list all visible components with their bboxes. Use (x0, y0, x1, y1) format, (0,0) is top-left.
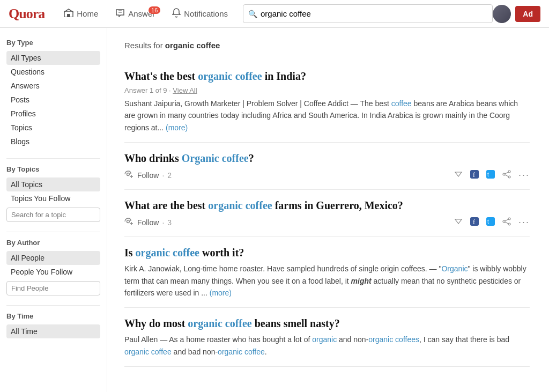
svg-point-8 (503, 173, 505, 175)
result-3-follow-label[interactable]: Follow (137, 218, 159, 227)
result-2-follow-dot: · (162, 171, 164, 180)
result-2-title: Who drinks Organic coffee? (124, 151, 530, 165)
nav-answer[interactable]: Answer 16 (109, 5, 161, 22)
results-header: Results for organic coffee (124, 41, 530, 50)
result-2-follow-label[interactable]: Follow (137, 171, 159, 180)
sidebar-item-profiles[interactable]: Profiles (6, 107, 100, 121)
sidebar-item-all-people[interactable]: All People (6, 251, 100, 265)
result-2-title-after: ? (249, 152, 254, 164)
nav-home[interactable]: Home (57, 5, 105, 22)
result-5-title-link[interactable]: organic coffee (188, 317, 251, 329)
results-query: organic coffee (165, 41, 220, 50)
result-5-title: Why do most organic coffee beans smell n… (124, 316, 530, 330)
svg-point-17 (508, 218, 510, 220)
result-4-title: Is organic coffee worth it? (124, 246, 530, 260)
sidebar-item-topics[interactable]: Topics (6, 121, 100, 135)
result-5: Why do most organic coffee beans smell n… (124, 308, 530, 367)
svg-point-7 (508, 171, 510, 173)
result-5-organic-coffee-link[interactable]: organic coffee (124, 347, 172, 356)
sidebar-item-all-types[interactable]: All Types (6, 51, 100, 65)
result-4: Is organic coffee worth it? Kirk A. Jano… (124, 237, 530, 308)
svg-line-10 (505, 172, 508, 174)
more-icon-3[interactable]: ··· (518, 217, 530, 228)
result-3-title-link[interactable]: organic coffee (208, 199, 272, 211)
follow-icon-2 (124, 171, 134, 180)
sidebar-item-people-you-follow[interactable]: People You Follow (6, 265, 100, 279)
result-1-excerpt: Sushant Jaipuria, Growth Marketer | Prob… (124, 98, 530, 134)
result-3-title: What are the best organic coffee farms i… (124, 198, 530, 212)
sidebar-item-posts[interactable]: Posts (6, 93, 100, 107)
downvote-icon-3[interactable] (454, 217, 463, 228)
result-2-follow-count: 2 (167, 171, 172, 180)
svg-line-11 (505, 175, 508, 176)
result-1-title: What's the best organic coffee in India? (124, 69, 530, 83)
svg-text:t: t (487, 172, 489, 177)
result-1-excerpt-text: Sushant Jaipuria, Growth Marketer | Prob… (124, 99, 391, 108)
by-type-section: By Type All Types Questions Answers Post… (6, 39, 100, 149)
facebook-icon-2[interactable]: f (470, 170, 479, 181)
by-author-title: By Author (6, 239, 100, 247)
result-1: What's the best organic coffee in India?… (124, 61, 530, 143)
home-icon (64, 9, 73, 19)
result-5-organic-coffee-link2[interactable]: organic coffee (218, 347, 265, 356)
sidebar-item-questions[interactable]: Questions (6, 65, 100, 79)
svg-line-21 (505, 222, 508, 224)
share-icon-3[interactable] (502, 217, 511, 228)
sidebar-item-all-time[interactable]: All Time (6, 324, 100, 338)
twitter-icon-2[interactable]: t (486, 170, 495, 181)
avatar[interactable] (493, 5, 511, 23)
result-5-excerpt: Paul Allen — As a home roaster who has b… (124, 334, 530, 358)
result-2-icons: f t ··· (454, 169, 530, 181)
results-prefix: Results for (124, 41, 165, 50)
svg-line-20 (505, 219, 508, 221)
sidebar: By Type All Types Questions Answers Post… (0, 28, 107, 392)
avatar-image (493, 5, 511, 23)
header: Quora Home Answer 16 (0, 0, 549, 28)
add-question-button[interactable]: Ad (515, 6, 540, 22)
twitter-icon-3[interactable]: t (486, 217, 495, 228)
result-1-more[interactable]: (more) (166, 123, 188, 132)
divider-1 (6, 158, 100, 159)
result-2-title-link[interactable]: Organic coffee (182, 152, 249, 164)
sidebar-item-answers[interactable]: Answers (6, 79, 100, 93)
by-author-section: By Author All People People You Follow (6, 239, 100, 295)
result-4-more[interactable]: (more) (210, 289, 232, 297)
share-icon-2[interactable] (502, 170, 511, 181)
people-search-input[interactable] (6, 281, 100, 295)
page-wrapper: By Type All Types Questions Answers Post… (0, 28, 549, 392)
result-3-icons: f t ··· (454, 217, 530, 228)
topic-search-input[interactable] (6, 208, 100, 222)
follow-icon-3 (124, 218, 134, 227)
svg-point-12 (127, 220, 130, 223)
answer-icon (115, 9, 125, 19)
result-5-organic-link[interactable]: organic (312, 335, 337, 344)
sidebar-item-topics-you-follow[interactable]: Topics You Follow (6, 191, 100, 205)
result-5-title-before: Why do most (124, 317, 188, 329)
more-icon-2[interactable]: ··· (518, 169, 530, 181)
by-type-title: By Type (6, 39, 100, 47)
main-content: Results for organic coffee What's the be… (107, 28, 547, 392)
sidebar-item-all-topics[interactable]: All Topics (6, 177, 100, 191)
by-time-title: By Time (6, 312, 100, 320)
result-4-title-link[interactable]: organic coffee (136, 247, 199, 258)
result-5-title-after: beans smell nasty? (252, 317, 340, 329)
search-input[interactable] (243, 4, 493, 23)
result-1-view-all[interactable]: View All (173, 86, 197, 94)
downvote-icon-2[interactable] (454, 170, 463, 181)
by-topics-title: By Topics (6, 165, 100, 173)
logo[interactable]: Quora (9, 6, 44, 22)
result-4-organic-link[interactable]: Organic (441, 264, 468, 273)
sidebar-item-blogs[interactable]: Blogs (6, 135, 100, 149)
result-5-organic-coffees-link[interactable]: organic coffees (368, 335, 419, 344)
result-3-follow-dot: · (162, 218, 164, 227)
nav-notifications[interactable]: Notifications (166, 5, 234, 23)
svg-text:f: f (473, 218, 475, 226)
result-2: Who drinks Organic coffee? Follow · 2 (124, 143, 530, 190)
facebook-icon-3[interactable]: f (470, 217, 479, 228)
nav-links: Home Answer 16 Notifications (57, 5, 234, 23)
result-1-title-link[interactable]: organic coffee (198, 70, 262, 82)
result-1-coffee-link[interactable]: coffee (391, 99, 412, 108)
result-3-follow-area: Follow · 3 (124, 218, 172, 227)
divider-2 (6, 232, 100, 232)
result-3-follow-count: 3 (167, 218, 172, 227)
